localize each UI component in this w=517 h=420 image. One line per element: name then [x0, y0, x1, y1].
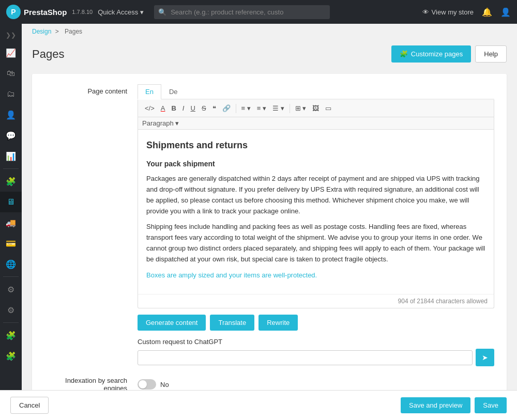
sidebar-item-shipping[interactable]: 🚚: [0, 212, 22, 233]
indexation-toggle[interactable]: [138, 379, 156, 390]
customers-icon: 👤: [6, 110, 16, 120]
toolbar-ul-btn[interactable]: ≡ ▾: [254, 103, 269, 114]
logo-area: P PrestaShop 1.7.8.10: [6, 5, 93, 19]
stats-icon: 📊: [6, 151, 16, 161]
sidebar-item-international[interactable]: 🌐: [0, 254, 22, 274]
tab-de[interactable]: De: [161, 84, 186, 100]
top-nav: P PrestaShop 1.7.8.10 Quick Access ▾ 🔍 👁…: [0, 0, 517, 24]
logo-icon: P: [6, 5, 21, 19]
help-button[interactable]: Help: [475, 45, 507, 63]
custom-request-row: ➤: [138, 349, 494, 366]
toolbar-image-btn[interactable]: 🖼: [310, 103, 322, 114]
translate-button[interactable]: Translate: [210, 315, 254, 331]
generate-content-button[interactable]: Generate content: [138, 315, 206, 331]
view-shop-button[interactable]: 👁 View my store: [422, 8, 474, 16]
breadcrumb-sep: >: [55, 28, 60, 35]
sidebar-item-catalog[interactable]: 🗂: [0, 84, 22, 104]
chart-icon: 📈: [6, 48, 16, 58]
sidebar-item-plugin2[interactable]: 🧩: [0, 346, 22, 366]
sidebar-expand-button[interactable]: ❯❯: [0, 28, 22, 42]
search-wrapper: 🔍: [154, 5, 330, 19]
indexation-toggle-knob: [139, 380, 147, 388]
customize-pages-button[interactable]: 🧩 Customize pages: [391, 45, 471, 63]
sidebar-item-dashboard[interactable]: 📈: [0, 42, 22, 63]
main-wrapper: Design > Pages Pages 🧩 Customize pages H…: [22, 24, 517, 420]
plugin2-icon: 🧩: [6, 351, 16, 361]
sidebar-item-advanced[interactable]: ⚙: [0, 300, 22, 320]
send-icon: ➤: [482, 353, 488, 362]
shipping-icon: 🚚: [6, 218, 16, 228]
save-button[interactable]: Save: [475, 397, 507, 413]
logo-text: PrestaShop: [24, 8, 67, 17]
toolbar-ol-btn[interactable]: ☰ ▾: [270, 103, 287, 114]
sidebar-item-service[interactable]: 💬: [0, 125, 22, 146]
page-footer: Cancel Save and preview Save: [0, 390, 517, 420]
catalog-icon: 🗂: [7, 89, 15, 99]
search-input[interactable]: [154, 5, 330, 19]
custom-request-section: Custom request to ChatGPT ➤: [138, 338, 494, 366]
content-para3: Boxes are amply sized and your items are…: [146, 270, 485, 281]
quick-access-button[interactable]: Quick Access ▾: [98, 8, 144, 16]
nav-right: 👁 View my store 🔔 👤: [422, 7, 511, 17]
puzzle-icon: 🧩: [400, 50, 408, 58]
toolbar-table-btn[interactable]: ⊞ ▾: [293, 103, 309, 114]
footer-right-actions: Save and preview Save: [401, 397, 507, 413]
toolbar-code-btn[interactable]: </>: [142, 103, 157, 114]
cancel-button[interactable]: Cancel: [10, 397, 49, 414]
sidebar-divider-2: [3, 276, 19, 277]
sidebar-divider-3: [3, 322, 19, 323]
plugin1-icon: 🧩: [6, 331, 16, 340]
sidebar-item-modules[interactable]: 🧩: [0, 171, 22, 192]
custom-request-send-button[interactable]: ➤: [476, 349, 494, 366]
tab-en[interactable]: En: [138, 84, 161, 100]
rewrite-button[interactable]: Rewrite: [258, 315, 298, 331]
sidebar-item-orders[interactable]: 🛍: [0, 63, 22, 84]
page-content-row: Page content En De </> A B I U S: [44, 84, 494, 366]
paragraph-select-btn[interactable]: Paragraph ▾: [142, 119, 179, 127]
international-icon: 🌐: [6, 259, 16, 269]
toolbar-underline-btn[interactable]: U: [188, 103, 197, 114]
toolbar-bold-btn[interactable]: B: [169, 103, 178, 114]
sidebar-item-customers[interactable]: 👤: [0, 104, 22, 125]
paragraph-chevron-icon: ▾: [175, 119, 179, 127]
toolbar-align-btn[interactable]: ≡ ▾: [239, 103, 253, 114]
breadcrumb-parent[interactable]: Design: [32, 28, 51, 35]
sidebar-item-design[interactable]: 🖥: [0, 192, 22, 212]
page-actions: 🧩 Customize pages Help: [391, 45, 507, 63]
toolbar-link-btn[interactable]: 🔗: [220, 103, 233, 114]
sidebar-item-settings[interactable]: ⚙: [0, 279, 22, 300]
toolbar-blockquote-btn[interactable]: ❝: [210, 103, 219, 114]
custom-request-input[interactable]: [138, 350, 473, 365]
ai-buttons: Generate content Translate Rewrite: [138, 315, 494, 331]
design-icon: 🖥: [7, 197, 15, 207]
search-icon: 🔍: [158, 8, 166, 16]
sidebar-divider: [3, 168, 19, 169]
page-header: Pages 🧩 Customize pages Help: [22, 39, 517, 69]
toolbar-italic-btn[interactable]: I: [180, 103, 187, 114]
sidebar-item-payment[interactable]: 💳: [0, 233, 22, 254]
toolbar-sep1: [236, 104, 236, 113]
advanced-icon: ⚙: [7, 305, 14, 315]
toolbar-media-btn[interactable]: ▭: [323, 103, 334, 114]
service-icon: 💬: [6, 131, 16, 141]
save-preview-button[interactable]: Save and preview: [401, 397, 470, 413]
toolbar-color-btn[interactable]: A: [158, 103, 168, 114]
page-content-label: Page content: [44, 84, 138, 95]
user-icon[interactable]: 👤: [500, 7, 511, 17]
toolbar-strikethrough-btn[interactable]: S: [199, 103, 209, 114]
toolbar-sep2: [290, 104, 290, 113]
sidebar-item-plugin1[interactable]: 🧩: [0, 325, 22, 346]
page-content-control: En De </> A B I U S ❝ 🔗 ≡ ▾: [138, 84, 494, 366]
toolbar-row2: Paragraph ▾: [138, 117, 494, 130]
editor-content[interactable]: Shipments and returns Your pack shipment…: [138, 130, 494, 294]
eye-icon: 👁: [422, 8, 429, 16]
sidebar-item-stats[interactable]: 📊: [0, 146, 22, 166]
editor-toolbar: </> A B I U S ❝ 🔗 ≡ ▾ ≡ ▾ ☰ ▾ ⊞ ▾: [138, 100, 494, 117]
logo-version: 1.7.8.10: [72, 9, 93, 15]
content-para2: Shipping fees include handling and packi…: [146, 222, 485, 265]
editor-wrapper: </> A B I U S ❝ 🔗 ≡ ▾ ≡ ▾ ☰ ▾ ⊞ ▾: [138, 100, 494, 308]
gear-icon: ⚙: [7, 285, 14, 294]
content-subheading: Your pack shipment: [146, 158, 485, 169]
bell-icon[interactable]: 🔔: [482, 7, 492, 17]
content-para1: Packages are generally dispatched within…: [146, 174, 485, 216]
